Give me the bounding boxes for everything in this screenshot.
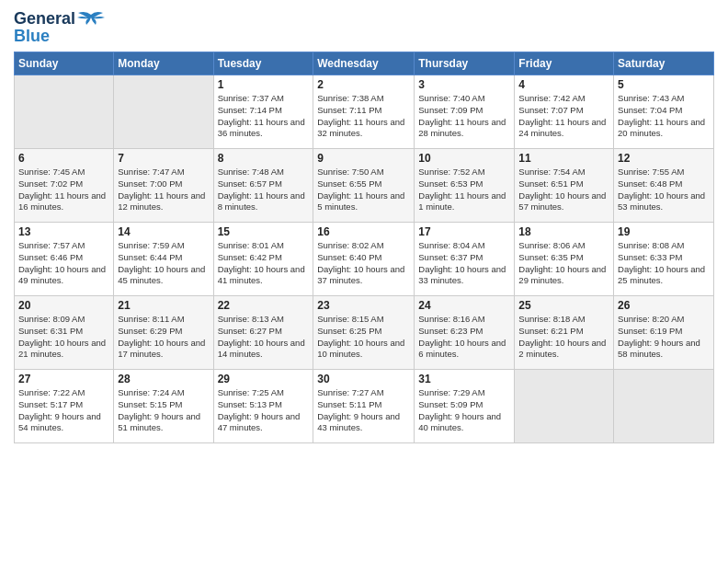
weekday-header-wednesday: Wednesday: [313, 52, 415, 75]
day-detail: Sunrise: 7:48 AMSunset: 6:57 PMDaylight:…: [218, 167, 310, 213]
weekday-header-sunday: Sunday: [15, 52, 114, 75]
day-detail: Sunrise: 7:45 AMSunset: 7:02 PMDaylight:…: [18, 167, 109, 213]
day-number: 20: [18, 299, 109, 312]
day-number: 25: [518, 299, 609, 312]
day-cell: [614, 370, 714, 443]
week-row-4: 20Sunrise: 8:09 AMSunset: 6:31 PMDayligh…: [15, 296, 714, 370]
day-number: 23: [317, 299, 410, 312]
day-cell: 15Sunrise: 8:01 AMSunset: 6:42 PMDayligh…: [213, 223, 313, 296]
calendar-table: SundayMondayTuesdayWednesdayThursdayFrid…: [14, 52, 714, 443]
day-detail: Sunrise: 8:11 AMSunset: 6:29 PMDaylight:…: [118, 314, 209, 361]
day-detail: Sunrise: 8:16 AMSunset: 6:23 PMDaylight:…: [418, 314, 510, 361]
day-detail: Sunrise: 7:54 AMSunset: 6:51 PMDaylight:…: [518, 167, 609, 213]
day-cell: 29Sunrise: 7:25 AMSunset: 5:13 PMDayligh…: [213, 370, 313, 443]
day-detail: Sunrise: 7:22 AMSunset: 5:17 PMDaylight:…: [18, 387, 109, 434]
day-number: 6: [18, 152, 109, 165]
day-cell: 12Sunrise: 7:55 AMSunset: 6:48 PMDayligh…: [614, 149, 714, 223]
day-detail: Sunrise: 7:55 AMSunset: 6:48 PMDaylight:…: [618, 167, 710, 213]
day-detail: Sunrise: 7:59 AMSunset: 6:44 PMDaylight:…: [118, 240, 209, 287]
day-cell: 31Sunrise: 7:29 AMSunset: 5:09 PMDayligh…: [415, 370, 515, 443]
day-number: 27: [18, 373, 109, 385]
day-number: 29: [218, 373, 310, 385]
day-number: 22: [218, 299, 310, 312]
day-number: 30: [317, 373, 410, 385]
day-cell: 3Sunrise: 7:40 AMSunset: 7:09 PMDaylight…: [415, 75, 515, 149]
week-row-1: 1Sunrise: 7:37 AMSunset: 7:14 PMDaylight…: [15, 75, 714, 149]
day-cell: 16Sunrise: 8:02 AMSunset: 6:40 PMDayligh…: [313, 223, 415, 296]
day-cell: 5Sunrise: 7:43 AMSunset: 7:04 PMDaylight…: [614, 75, 714, 149]
day-number: 14: [118, 225, 209, 238]
day-detail: Sunrise: 8:06 AMSunset: 6:35 PMDaylight:…: [518, 240, 609, 287]
day-detail: Sunrise: 7:24 AMSunset: 5:15 PMDaylight:…: [118, 387, 209, 434]
day-cell: 4Sunrise: 7:42 AMSunset: 7:07 PMDaylight…: [515, 75, 614, 149]
weekday-header-row: SundayMondayTuesdayWednesdayThursdayFrid…: [15, 52, 714, 75]
day-cell: 8Sunrise: 7:48 AMSunset: 6:57 PMDaylight…: [213, 149, 313, 223]
week-row-3: 13Sunrise: 7:57 AMSunset: 6:46 PMDayligh…: [15, 223, 714, 296]
day-number: 3: [418, 78, 510, 91]
logo-blue-text: Blue: [14, 27, 50, 46]
weekday-header-monday: Monday: [114, 52, 213, 75]
day-cell: [515, 370, 614, 443]
day-number: 31: [418, 373, 510, 385]
day-cell: 17Sunrise: 8:04 AMSunset: 6:37 PMDayligh…: [415, 223, 515, 296]
day-detail: Sunrise: 8:02 AMSunset: 6:40 PMDaylight:…: [317, 240, 410, 287]
day-number: 12: [618, 152, 710, 165]
day-cell: 1Sunrise: 7:37 AMSunset: 7:14 PMDaylight…: [213, 75, 313, 149]
day-number: 7: [118, 152, 209, 165]
day-detail: Sunrise: 7:42 AMSunset: 7:07 PMDaylight:…: [518, 93, 609, 140]
day-cell: 11Sunrise: 7:54 AMSunset: 6:51 PMDayligh…: [515, 149, 614, 223]
day-cell: 28Sunrise: 7:24 AMSunset: 5:15 PMDayligh…: [114, 370, 213, 443]
weekday-header-tuesday: Tuesday: [213, 52, 313, 75]
day-cell: 9Sunrise: 7:50 AMSunset: 6:55 PMDaylight…: [313, 149, 415, 223]
logo: General Blue: [14, 9, 105, 46]
day-cell: [15, 75, 114, 149]
day-number: 5: [618, 78, 710, 91]
logo-general-text: General: [14, 9, 75, 29]
day-cell: 18Sunrise: 8:06 AMSunset: 6:35 PMDayligh…: [515, 223, 614, 296]
day-detail: Sunrise: 7:38 AMSunset: 7:11 PMDaylight:…: [317, 93, 410, 140]
page: General Blue SundayMondayTuesdayWednesda…: [0, 0, 728, 453]
day-number: 18: [518, 225, 609, 238]
day-cell: 2Sunrise: 7:38 AMSunset: 7:11 PMDaylight…: [313, 75, 415, 149]
day-detail: Sunrise: 8:13 AMSunset: 6:27 PMDaylight:…: [218, 314, 310, 361]
day-number: 8: [218, 152, 310, 165]
day-number: 11: [518, 152, 609, 165]
day-cell: 27Sunrise: 7:22 AMSunset: 5:17 PMDayligh…: [15, 370, 114, 443]
day-cell: 6Sunrise: 7:45 AMSunset: 7:02 PMDaylight…: [15, 149, 114, 223]
day-cell: 13Sunrise: 7:57 AMSunset: 6:46 PMDayligh…: [15, 223, 114, 296]
day-number: 1: [218, 78, 310, 91]
day-number: 28: [118, 373, 209, 385]
day-number: 24: [418, 299, 510, 312]
day-cell: 10Sunrise: 7:52 AMSunset: 6:53 PMDayligh…: [415, 149, 515, 223]
day-cell: 25Sunrise: 8:18 AMSunset: 6:21 PMDayligh…: [515, 296, 614, 370]
day-cell: 21Sunrise: 8:11 AMSunset: 6:29 PMDayligh…: [114, 296, 213, 370]
day-number: 19: [618, 225, 710, 238]
week-row-2: 6Sunrise: 7:45 AMSunset: 7:02 PMDaylight…: [15, 149, 714, 223]
day-detail: Sunrise: 8:08 AMSunset: 6:33 PMDaylight:…: [618, 240, 710, 287]
day-detail: Sunrise: 7:37 AMSunset: 7:14 PMDaylight:…: [218, 93, 310, 140]
day-number: 16: [317, 225, 410, 238]
day-detail: Sunrise: 8:15 AMSunset: 6:25 PMDaylight:…: [317, 314, 410, 361]
day-detail: Sunrise: 8:09 AMSunset: 6:31 PMDaylight:…: [18, 314, 109, 361]
logo-bird-icon: [77, 10, 105, 29]
weekday-header-friday: Friday: [515, 52, 614, 75]
day-cell: 20Sunrise: 8:09 AMSunset: 6:31 PMDayligh…: [15, 296, 114, 370]
day-detail: Sunrise: 8:01 AMSunset: 6:42 PMDaylight:…: [218, 240, 310, 287]
day-detail: Sunrise: 7:50 AMSunset: 6:55 PMDaylight:…: [317, 167, 410, 213]
day-number: 15: [218, 225, 310, 238]
day-number: 13: [18, 225, 109, 238]
day-cell: 22Sunrise: 8:13 AMSunset: 6:27 PMDayligh…: [213, 296, 313, 370]
day-cell: 7Sunrise: 7:47 AMSunset: 7:00 PMDaylight…: [114, 149, 213, 223]
week-row-5: 27Sunrise: 7:22 AMSunset: 5:17 PMDayligh…: [15, 370, 714, 443]
weekday-header-thursday: Thursday: [415, 52, 515, 75]
day-cell: 19Sunrise: 8:08 AMSunset: 6:33 PMDayligh…: [614, 223, 714, 296]
day-cell: [114, 75, 213, 149]
day-number: 2: [317, 78, 410, 91]
day-detail: Sunrise: 7:43 AMSunset: 7:04 PMDaylight:…: [618, 93, 710, 140]
day-detail: Sunrise: 8:18 AMSunset: 6:21 PMDaylight:…: [518, 314, 609, 361]
day-cell: 23Sunrise: 8:15 AMSunset: 6:25 PMDayligh…: [313, 296, 415, 370]
day-number: 10: [418, 152, 510, 165]
day-detail: Sunrise: 7:29 AMSunset: 5:09 PMDaylight:…: [418, 387, 510, 434]
day-number: 17: [418, 225, 510, 238]
day-detail: Sunrise: 7:40 AMSunset: 7:09 PMDaylight:…: [418, 93, 510, 140]
